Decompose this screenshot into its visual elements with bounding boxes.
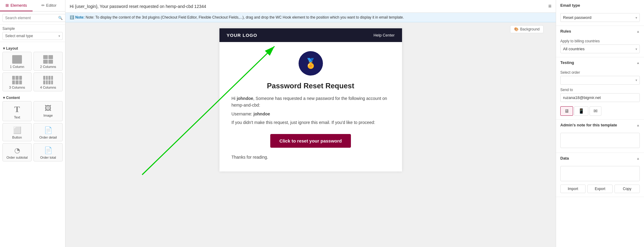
- data-body: Import Export Copy: [556, 164, 644, 197]
- layout-section-label: Layout: [6, 46, 18, 51]
- search-input[interactable]: [2, 14, 65, 22]
- admin-note-header[interactable]: Admin's note for this template ▲: [556, 120, 644, 130]
- 3col-label: 3 Columns: [9, 86, 25, 89]
- testing-section: Testing ▲ Select order Send to 🖥 📱 ✉: [556, 57, 644, 120]
- email-type-dropdown[interactable]: Reset password New order Order processin…: [560, 13, 640, 22]
- notice-bold: Note:: [75, 15, 85, 19]
- order-detail-icon: 📄: [44, 126, 52, 134]
- left-scroll: ▾ Layout 1 Column 2 Columns 3 Column: [0, 42, 65, 247]
- right-panel: Email type Reset password New order Orde…: [556, 0, 644, 247]
- badge-icon: 🏅: [299, 51, 323, 76]
- layout-1col[interactable]: 1 Column: [2, 52, 32, 71]
- rules-title: Rules: [560, 29, 571, 34]
- tab-elements[interactable]: ⊞ Elements: [0, 0, 33, 11]
- button-icon: ⬜: [13, 126, 21, 134]
- desktop-icon: 🖥: [564, 108, 569, 114]
- email-header-bar: Hi {user_login}, Your password reset req…: [65, 0, 556, 13]
- content-section-label: Content: [6, 96, 20, 100]
- import-button[interactable]: Import: [560, 185, 586, 193]
- editor-icon: ✏: [41, 3, 45, 8]
- email-type-section: Email type Reset password New order Orde…: [556, 0, 644, 26]
- tab-editor-label: Editor: [46, 3, 57, 8]
- testing-header[interactable]: Testing ▲: [556, 57, 644, 68]
- 4col-icon: [43, 76, 53, 84]
- order-subtotal-icon: ◔: [14, 146, 20, 154]
- select-order-label: Select order: [560, 70, 640, 75]
- data-textarea[interactable]: [560, 166, 640, 181]
- content-text[interactable]: T Text: [2, 101, 32, 121]
- 1col-label: 1 Column: [10, 65, 24, 69]
- content-order-subtotal[interactable]: ◔ Order subtotal: [2, 143, 32, 161]
- admin-note-textarea[interactable]: [560, 133, 640, 148]
- 1col-icon: [12, 55, 22, 64]
- preview-icon-group: 🖥 📱 ✉: [560, 106, 640, 116]
- content-order-detail[interactable]: 📄 Order detail: [33, 123, 63, 141]
- hamburger-icon[interactable]: ≡: [548, 3, 551, 9]
- 3col-icon: [12, 76, 22, 84]
- countries-select-wrap: All countries: [560, 44, 640, 53]
- export-button[interactable]: Export: [587, 185, 613, 193]
- layout-section-header[interactable]: ▾ Layout: [2, 44, 63, 52]
- canvas-area: 🎨 Background YOUR LOGO Help Center 🏅: [65, 22, 556, 247]
- countries-dropdown[interactable]: All countries: [560, 44, 640, 53]
- send-to-input[interactable]: [560, 93, 640, 102]
- admin-note-body: [556, 130, 644, 153]
- 2col-label: 2 Columns: [40, 65, 56, 69]
- rules-header[interactable]: Rules ▲: [556, 26, 644, 37]
- content-button[interactable]: ⬜ Button: [2, 123, 32, 141]
- tab-bar: ⊞ Elements ✏ Editor: [0, 0, 65, 12]
- admin-note-title: Admin's note for this template: [560, 123, 617, 127]
- button-label: Button: [12, 136, 22, 139]
- email-preview-button[interactable]: ✉: [590, 106, 601, 116]
- data-collapse-icon: ▲: [636, 157, 640, 160]
- rules-body: Apply to billing countries All countries: [556, 37, 644, 57]
- sample-select-dropdown[interactable]: Select email type: [2, 32, 63, 40]
- order-select-wrap: [560, 76, 640, 88]
- background-btn-label: Background: [520, 27, 540, 31]
- reset-password-button[interactable]: Click to reset your password: [270, 134, 351, 148]
- help-center-link[interactable]: Help Center: [373, 33, 394, 37]
- email-type-body: Reset password New order Order processin…: [556, 11, 644, 26]
- text-label: Text: [14, 115, 20, 119]
- desktop-preview-button[interactable]: 🖥: [560, 106, 573, 116]
- logo-text: YOUR LOGO: [227, 33, 257, 38]
- thanks-text: Thanks for reading.: [232, 154, 390, 161]
- email-title: Password Reset Request: [232, 82, 390, 90]
- data-header[interactable]: Data ▲: [556, 153, 644, 164]
- data-buttons: Import Export Copy: [560, 185, 640, 193]
- order-detail-label: Order detail: [39, 136, 57, 139]
- sample-select-wrapper: Select email type: [2, 32, 63, 40]
- rules-section: Rules ▲ Apply to billing countries All c…: [556, 26, 644, 57]
- order-dropdown[interactable]: [560, 76, 640, 85]
- content-section-header[interactable]: ▾ Content: [2, 94, 63, 101]
- data-title: Data: [560, 156, 569, 161]
- email-type-header[interactable]: Email type: [556, 0, 644, 11]
- order-total-label: Order total: [40, 156, 56, 159]
- content-chevron-icon: ▾: [3, 96, 5, 100]
- layout-4col[interactable]: 4 Columns: [33, 72, 63, 91]
- testing-body: Select order Send to 🖥 📱 ✉: [556, 68, 644, 119]
- email-message: If you didn't make this request, just ig…: [232, 119, 390, 126]
- layout-3col[interactable]: 3 Columns: [2, 72, 32, 91]
- data-section: Data ▲ Import Export Copy: [556, 153, 644, 197]
- content-grid: T Text 🖼 Image ⬜ Button 📄 Order detail ◔…: [2, 101, 63, 161]
- brush-icon: 🎨: [514, 27, 519, 31]
- notice-text: Note: To display the content of the 3rd …: [86, 15, 404, 19]
- email-canvas: YOUR LOGO Help Center 🏅 Password Reset R…: [219, 28, 402, 171]
- background-button[interactable]: 🎨 Background: [510, 25, 544, 33]
- content-order-total[interactable]: 📄 Order total: [33, 143, 63, 161]
- text-icon: T: [14, 104, 20, 114]
- layout-2col[interactable]: 2 Columns: [33, 52, 63, 71]
- mobile-preview-button[interactable]: 📱: [574, 106, 588, 116]
- tab-editor[interactable]: ✏ Editor: [33, 0, 65, 11]
- sample-label: Sample: [2, 26, 63, 31]
- email-username-line: Username: johndoe: [232, 111, 390, 117]
- layout-grid: 1 Column 2 Columns 3 Columns: [2, 52, 63, 91]
- testing-title: Testing: [560, 60, 574, 65]
- search-bar: 🔍: [0, 12, 65, 25]
- testing-collapse-icon: ▲: [636, 61, 640, 65]
- copy-button[interactable]: Copy: [614, 185, 640, 193]
- content-image[interactable]: 🖼 Image: [33, 101, 63, 121]
- image-label: Image: [44, 114, 53, 117]
- email-greeting: Hi johndoe, Someone has requested a new …: [232, 95, 390, 109]
